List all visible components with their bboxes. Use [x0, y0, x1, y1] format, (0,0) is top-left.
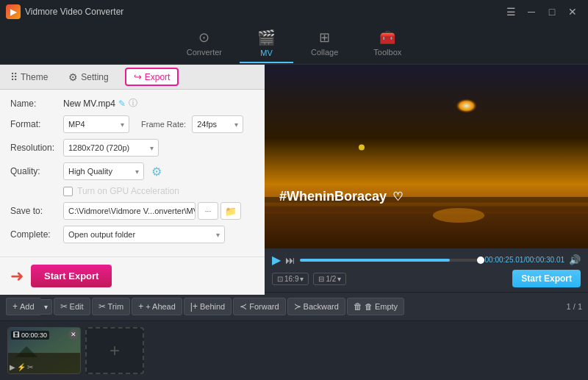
folder-button[interactable]: 📁	[220, 202, 241, 220]
timeline-cut-icon[interactable]: ✂	[27, 363, 33, 371]
format-select[interactable]: MP4 ▾	[63, 115, 129, 133]
left-panel: ⠿ Theme ⚙ Setting ↪ Export Name: New MV.…	[0, 65, 265, 292]
mv-icon: 🎬	[257, 29, 276, 46]
tab-mv-label: MV	[260, 49, 273, 57]
arrow-right-icon: ➜	[10, 267, 24, 286]
info-icon[interactable]: ⓘ	[129, 97, 137, 110]
heart-icon: ♡	[392, 190, 403, 204]
start-export-button[interactable]: Start Export	[31, 265, 112, 287]
quality-label: Quality:	[10, 166, 63, 176]
view-button[interactable]: ⊟ 1/2 ▾	[313, 273, 346, 285]
video-controls: ▶ ⏭ 00:00:25.01/00:00:30.01 🔊 ⊡ 16:9	[265, 248, 588, 292]
progress-thumb	[477, 257, 484, 264]
volume-icon[interactable]: 🔊	[569, 254, 581, 265]
complete-label: Complete:	[10, 229, 63, 240]
bottom-toolbar: + Add ▾ ✂ Edit ✂ Trim + + Ahead |+ Behin…	[0, 292, 588, 321]
edit-button[interactable]: ✂ Edit	[54, 298, 90, 315]
quality-row: Quality: High Quality ▾ ⚙	[10, 162, 254, 180]
title-bar-left: ▶ Vidmore Video Converter	[6, 4, 123, 19]
left-panel-tabs: ⠿ Theme ⚙ Setting ↪ Export	[0, 65, 265, 90]
close-button[interactable]: ✕	[563, 4, 582, 19]
form-fields: Name: New MV.mp4 ✎ ⓘ Format: MP4 ▾ Frame…	[0, 90, 265, 257]
empty-button[interactable]: 🗑 🗑 Empty	[347, 298, 404, 315]
frame-rate-select[interactable]: 24fps ▾	[192, 115, 243, 133]
maximize-button[interactable]: □	[542, 4, 562, 19]
edit-icon: ✂	[60, 301, 68, 312]
timeline: 🎞 00:00:30 ✕ ▶ ⚡ ✂ +	[0, 321, 588, 380]
ahead-button[interactable]: + + Ahead	[132, 298, 182, 315]
minimize-button[interactable]: ─	[522, 4, 541, 19]
film-icon: 🎞	[13, 331, 20, 339]
frame-rate-label: Frame Rate:	[141, 120, 186, 129]
add-button[interactable]: + Add	[6, 298, 40, 315]
behind-icon: |+	[190, 301, 198, 312]
forward-icon: ≺	[240, 301, 247, 312]
resolution-row: Resolution: 1280x720 (720p) ▾	[10, 139, 254, 157]
gpu-row: Turn on GPU Acceleration	[10, 186, 254, 196]
ratio-button[interactable]: ⊡ 16:9 ▾	[272, 273, 309, 285]
play-button[interactable]: ▶	[272, 253, 281, 267]
converter-icon: ⊙	[198, 29, 209, 46]
format-row: Format: MP4 ▾ Frame Rate: 24fps ▾	[10, 115, 254, 133]
progress-track[interactable]	[300, 259, 481, 262]
export-tab[interactable]: ↪ Export	[125, 68, 179, 86]
video-overlay-text: #WheninBoracay ♡	[279, 189, 403, 204]
start-export-button-2[interactable]: Start Export	[512, 270, 581, 287]
svg-point-1	[420, 90, 498, 142]
title-bar-right: ☰ ─ □ ✕	[501, 4, 582, 19]
tab-toolbox[interactable]: 🧰 Toolbox	[356, 25, 419, 62]
gpu-label: Turn on GPU Acceleration	[77, 186, 179, 196]
skip-forward-button[interactable]: ⏭	[285, 254, 295, 266]
export-tab-label: Export	[145, 72, 171, 82]
backward-label: Backward	[304, 302, 339, 311]
trim-button[interactable]: ✂ Trim	[92, 298, 131, 315]
add-dropdown-button[interactable]: ▾	[40, 299, 52, 315]
format-label: Format:	[10, 119, 63, 129]
complete-arrow-icon: ▾	[216, 231, 220, 239]
forward-label: Forward	[249, 302, 279, 311]
complete-row: Complete: Open output folder ▾	[10, 226, 254, 243]
timeline-close-button[interactable]: ✕	[68, 329, 79, 340]
quality-gear-icon[interactable]: ⚙	[151, 165, 162, 179]
tab-collage-label: Collage	[311, 48, 338, 57]
tab-toolbox-label: Toolbox	[373, 48, 401, 57]
right-panel: #WheninBoracay ♡ ▶ ⏭ 00:00:25.01/00:00:3…	[265, 65, 588, 292]
view-arrow: ▾	[337, 275, 341, 283]
behind-button[interactable]: |+ Behind	[184, 298, 232, 315]
progress-bar-row: ▶ ⏭ 00:00:25.01/00:00:30.01 🔊	[272, 253, 581, 267]
svg-rect-7	[265, 212, 588, 214]
timeline-add-button[interactable]: +	[85, 327, 144, 374]
quality-select[interactable]: High Quality ▾	[63, 162, 144, 180]
name-value: New MV.mp4 ✎ ⓘ	[63, 97, 254, 110]
format-value: MP4 ▾ Frame Rate: 24fps ▾	[63, 115, 254, 133]
trim-label: Trim	[108, 302, 124, 311]
view-icon: ⊟	[318, 275, 324, 283]
video-preview: #WheninBoracay ♡	[265, 65, 588, 248]
resolution-label: Resolution:	[10, 143, 63, 153]
nav-tabs: ⊙ Converter 🎬 MV ⊞ Collage 🧰 Toolbox	[0, 24, 588, 65]
resolution-select[interactable]: 1280x720 (720p) ▾	[63, 139, 159, 157]
timeline-fx-icon[interactable]: ⚡	[17, 363, 26, 371]
dots-button[interactable]: ···	[198, 202, 218, 220]
timeline-item-time: 🎞 00:00:30	[11, 331, 49, 340]
complete-select[interactable]: Open output folder ▾	[63, 226, 225, 243]
ahead-icon: +	[138, 301, 143, 312]
backward-button[interactable]: ≻ Backward	[287, 298, 345, 315]
gpu-checkbox[interactable]	[63, 187, 73, 196]
timeline-play-icon[interactable]: ▶	[10, 363, 15, 371]
forward-button[interactable]: ≺ Forward	[233, 298, 285, 315]
svg-point-9	[359, 145, 365, 151]
controls-row2: ⊡ 16:9 ▾ ⊟ 1/2 ▾ Start Export	[272, 270, 581, 287]
theme-tab-label: Theme	[21, 72, 48, 82]
edit-icon[interactable]: ✎	[118, 98, 126, 109]
resolution-value: 1280x720 (720p) ▾	[63, 139, 254, 157]
setting-tab[interactable]: ⚙ Setting	[58, 65, 118, 89]
menu-button[interactable]: ☰	[501, 4, 520, 19]
tab-mv[interactable]: 🎬 MV	[240, 24, 293, 63]
ratio-icon: ⊡	[277, 275, 283, 283]
tab-converter[interactable]: ⊙ Converter	[169, 25, 240, 62]
tab-collage[interactable]: ⊞ Collage	[293, 25, 356, 62]
main-content: ⠿ Theme ⚙ Setting ↪ Export Name: New MV.…	[0, 65, 588, 292]
timeline-item: 🎞 00:00:30 ✕ ▶ ⚡ ✂	[7, 327, 81, 374]
theme-tab[interactable]: ⠿ Theme	[0, 65, 58, 89]
